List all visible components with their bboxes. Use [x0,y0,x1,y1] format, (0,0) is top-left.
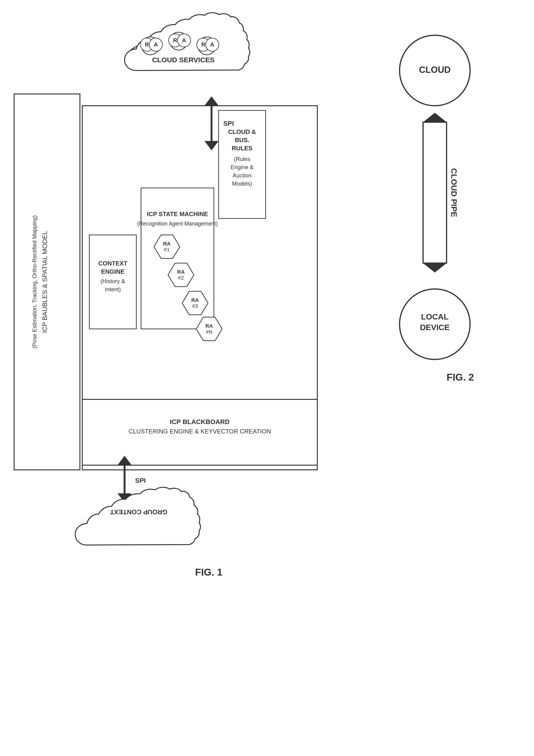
icp-blackboard-label: ICP BLACKBOARD [170,418,230,425]
svg-text:RA: RA [191,297,199,303]
spi-bottom-label: SPI [135,477,146,484]
svg-text:ENGINE: ENGINE [101,268,125,275]
svg-text:Engine &: Engine & [231,164,253,170]
cloud-label: CLOUD [419,65,451,75]
svg-text:RA: RA [163,241,171,247]
svg-text:R: R [201,41,205,48]
svg-text:A: A [210,41,214,48]
svg-text:R: R [173,37,177,43]
svg-text:Auction: Auction [233,172,251,178]
svg-text:A: A [182,37,186,43]
svg-text:#3: #3 [192,303,198,309]
svg-text:CLUSTERING ENGINE & KEYVECTOR : CLUSTERING ENGINE & KEYVECTOR CREATION [128,428,271,435]
svg-text:(Rules: (Rules [234,156,250,162]
svg-text:DEVICE: DEVICE [420,323,450,332]
svg-text:Models): Models) [232,180,252,187]
fig2-label: FIG. 2 [447,372,474,383]
svg-text:#2: #2 [178,275,184,281]
fig1-label: FIG. 1 [195,567,223,578]
svg-text:RA: RA [206,323,213,329]
icp-baubles-sublabel: (Pose Estimation, Tracking, Ortho-Rectif… [31,215,38,349]
svg-text:Intent): Intent) [105,286,121,292]
svg-text:R: R [145,41,149,48]
svg-text:RULES: RULES [232,145,252,152]
context-engine-label: CONTEXT [98,260,127,267]
icp-baubles-label: ICP BAUBLES & SPATIAL MODEL [41,231,48,333]
icp-state-machine-label: ICP STATE MACHINE [147,210,208,218]
svg-text:#1: #1 [164,247,170,253]
cloud-bus-rules-label: CLOUD & [228,128,256,135]
local-device-label: LOCAL [421,312,448,321]
svg-rect-69 [423,122,447,263]
cloud-pipe-label: CLOUD PIPE [450,168,459,217]
group-context-label: GROUP CONTEXT [110,508,167,516]
cloud-services-label: CLOUD SERVICES [152,56,214,64]
main-diagram-svg: ICP BAUBLES & SPATIAL MODEL (Pose Estima… [0,0,534,756]
diagram-container: ICP BAUBLES & SPATIAL MODEL (Pose Estima… [0,0,534,756]
svg-text:(History &: (History & [100,278,125,284]
svg-text:(Recognition Agent Management): (Recognition Agent Management) [137,221,218,227]
svg-text:RA: RA [177,269,185,275]
svg-text:BUS.: BUS. [235,137,249,144]
spi-top-label: SPI [223,120,234,127]
svg-text:#N: #N [206,329,212,335]
svg-text:A: A [154,41,158,48]
